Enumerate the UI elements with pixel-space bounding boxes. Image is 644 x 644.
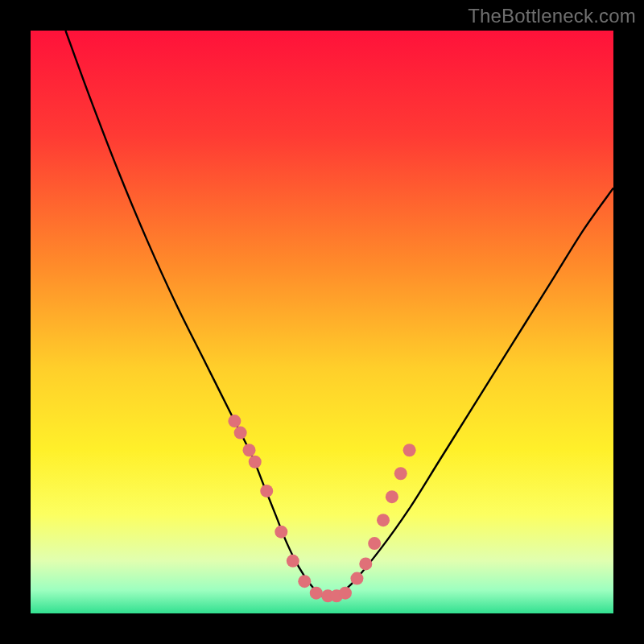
data-point bbox=[310, 587, 323, 600]
data-point bbox=[386, 490, 398, 503]
data-point bbox=[339, 587, 352, 600]
data-point bbox=[249, 456, 262, 469]
data-point bbox=[377, 514, 390, 526]
data-point bbox=[260, 485, 273, 497]
watermark-text: TheBottleneck.com bbox=[468, 5, 636, 27]
plot-area bbox=[31, 31, 613, 613]
data-point bbox=[275, 526, 287, 539]
chart-svg bbox=[31, 31, 613, 613]
data-point bbox=[350, 572, 363, 585]
data-point bbox=[243, 444, 256, 456]
data-point bbox=[403, 444, 416, 456]
frame: TheBottleneck.com bbox=[0, 0, 644, 644]
bottleneck-curve bbox=[65, 31, 613, 597]
data-point bbox=[234, 427, 247, 440]
data-point bbox=[287, 555, 299, 568]
data-point bbox=[359, 557, 372, 570]
data-point bbox=[394, 467, 407, 480]
data-point bbox=[368, 537, 381, 550]
data-point bbox=[228, 415, 241, 427]
data-point bbox=[298, 575, 311, 588]
scatter-points bbox=[228, 415, 415, 602]
